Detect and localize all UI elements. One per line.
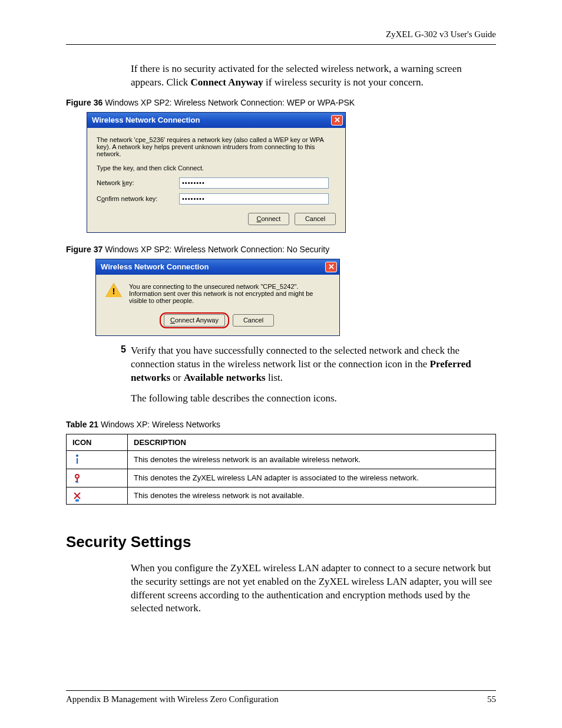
dialog-wep-titlebar[interactable]: Wireless Network Connection ✕	[87, 113, 345, 128]
close-icon[interactable]: ✕	[331, 115, 343, 126]
step-5-followup: The following table describes the connec…	[131, 392, 496, 406]
not-available-network-icon	[72, 491, 82, 500]
svg-point-0	[75, 475, 79, 478]
figure-37-caption: Figure 37 Windows XP SP2: Wireless Netwo…	[66, 245, 496, 254]
confirm-key-label: Confirm network key:	[97, 195, 179, 202]
step-5-number: 5	[117, 344, 131, 385]
ca-u: C	[170, 317, 175, 324]
warning-icon	[105, 283, 122, 298]
confirm-key-input[interactable]	[179, 193, 329, 205]
connect-anyway-button[interactable]: Connect Anyway	[164, 314, 225, 327]
close-icon[interactable]: ✕	[325, 262, 337, 272]
connect-button[interactable]: Connect	[248, 213, 289, 225]
cancel-button[interactable]: Cancel	[233, 314, 274, 327]
dialog-nosec-desc: You are connecting to the unsecured netw…	[129, 283, 330, 304]
intro-text-2: if wireless security is not your concern…	[263, 77, 424, 88]
footer-appendix: Appendix B Management with Wireless Zero…	[66, 694, 279, 704]
figure-37-caption-text: Windows XP SP2: Wireless Network Connect…	[103, 245, 329, 254]
highlight-ring: Connect Anyway	[160, 312, 229, 328]
figure-36-caption: Figure 36 Windows XP SP2: Wireless Netwo…	[66, 98, 496, 107]
security-settings-heading: Security Settings	[66, 533, 496, 551]
s5-t3: list.	[266, 372, 283, 383]
ca-post: onnect Anyway	[175, 317, 219, 324]
figure-36-label: Figure 36	[66, 98, 103, 107]
connect-post: onnect	[261, 215, 280, 222]
cell-icon-associated	[67, 469, 128, 487]
available-network-icon	[72, 454, 82, 465]
cell-desc-associated: This denotes the ZyXEL wireless LAN adap…	[128, 469, 496, 487]
svg-rect-1	[76, 482, 78, 483]
cancel-button[interactable]: Cancel	[295, 213, 336, 225]
th-desc: DESCRIPTION	[128, 434, 496, 450]
nk-post: ey:	[125, 179, 134, 186]
header-rule	[66, 44, 496, 45]
table-header-row: ICON DESCRIPTION	[67, 434, 496, 450]
associated-network-icon	[72, 473, 82, 483]
table-row: This denotes the wireless network is an …	[67, 450, 496, 469]
footer-page-number: 55	[487, 694, 496, 704]
table-row: This denotes the ZyXEL wireless LAN adap…	[67, 469, 496, 487]
header-guide-title: ZyXEL G-302 v3 User's Guide	[66, 29, 496, 39]
security-settings-paragraph: When you configure the ZyXEL wireless LA…	[131, 562, 496, 616]
step-5-body: Verify that you have successfully connec…	[131, 344, 496, 385]
table-row: This denotes the wireless network is not…	[67, 487, 496, 504]
footer-rule	[66, 690, 496, 691]
dialog-wep-desc: The network 'cpe_5236' requires a networ…	[97, 136, 336, 157]
ck-post: nfirm network key:	[105, 195, 157, 202]
ck-pre: C	[97, 195, 101, 202]
cell-icon-notavailable	[67, 487, 128, 504]
dialog-nosec: Wireless Network Connection ✕ You are co…	[95, 259, 340, 336]
network-key-label: Network key:	[97, 179, 179, 186]
cell-icon-available	[67, 450, 128, 469]
intro-bold: Connect Anyway	[191, 77, 263, 88]
th-icon: ICON	[67, 434, 128, 450]
dialog-wep: Wireless Network Connection ✕ The networ…	[87, 112, 346, 233]
network-key-input[interactable]	[179, 177, 329, 189]
table-21-caption-text: Windows XP: Wireless Networks	[98, 420, 220, 429]
dialog-wep-title: Wireless Network Connection	[92, 116, 200, 124]
dialog-nosec-title: Wireless Network Connection	[101, 262, 209, 271]
icon-table: ICON DESCRIPTION This denotes the wirele…	[66, 434, 496, 505]
nk-pre: Network	[97, 179, 122, 186]
s5-t1: Verify that you have successfully connec…	[131, 345, 459, 370]
figure-36-caption-text: Windows XP SP2: Wireless Network Connect…	[103, 98, 355, 107]
cell-desc-notavailable: This denotes the wireless network is not…	[128, 487, 496, 504]
dialog-nosec-titlebar[interactable]: Wireless Network Connection ✕	[96, 259, 339, 275]
s5-b2: Available networks	[184, 372, 266, 383]
cell-desc-available: This denotes the wireless network is an …	[128, 450, 496, 469]
dialog-wep-instr: Type the key, and then click Connect.	[97, 164, 336, 172]
table-21-label: Table 21	[66, 420, 98, 429]
s5-t2: or	[170, 372, 184, 383]
table-21-caption: Table 21 Windows XP: Wireless Networks	[66, 420, 496, 429]
intro-paragraph: If there is no security activated for th…	[131, 62, 496, 90]
figure-37-label: Figure 37	[66, 245, 103, 254]
